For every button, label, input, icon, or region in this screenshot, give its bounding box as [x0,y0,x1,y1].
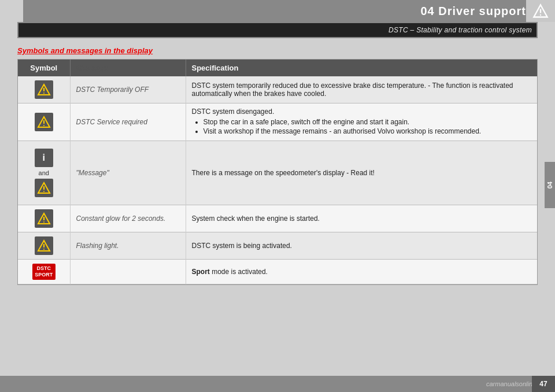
breadcrumb-text: DSTC – Stability and traction control sy… [388,26,532,34]
table-row: Constant glow for 2 seconds. System chec… [18,205,537,232]
message-cell [70,260,186,284]
spec-cell: System check when the engine is started. [186,205,537,232]
spec-bold-text: Sport [192,268,210,276]
spec-cell: There is a message on the speedometer's … [186,141,537,205]
main-table-container: Symbol Message Specification [17,59,538,285]
symbol-cell [18,205,70,232]
breadcrumb: DSTC – Stability and traction control sy… [17,22,538,38]
symbol-cell [18,232,70,260]
symbol-cell: i and [18,141,70,205]
spec-cell: DSTC system disengaged. Stop the car in … [186,103,537,141]
chapter-tab-label: 04 [546,182,553,188]
message-text: DSTC Temporarily OFF [76,86,149,94]
chapter-tab: 04 [545,162,555,208]
warning-triangle-icon [35,179,53,197]
table-row: DSTC Service required DSTC system diseng… [18,103,537,141]
message-text: Constant glow for 2 seconds. [76,215,166,223]
symbol-cell: DSTC SPORT [18,260,70,284]
message-cell: Constant glow for 2 seconds. [70,205,186,232]
svg-point-8 [43,125,45,126]
header-warning-icon [526,0,555,22]
multi-symbol-cell: i and [24,145,64,201]
svg-point-5 [43,93,45,94]
table-row: Flashing light. DSTC system is being act… [18,232,537,260]
spec-bullet-item: Visit a workshop if the message remains … [204,127,532,135]
spec-text: There is a message on the speedometer's … [192,169,375,177]
spec-bullet-list: Stop the car in a safe place, switch off… [192,118,532,135]
svg-point-17 [43,249,45,250]
table-row: DSTC SPORT Sport mode is activated. [18,260,537,284]
page-title: 04 Driver support [420,5,526,18]
spec-text: DSTC system temporarily reduced due to e… [192,82,513,98]
info-icon: i [35,149,53,167]
message-cell: DSTC Service required [70,103,186,141]
col-header-message: Message [70,60,186,76]
spec-bullet-item: Stop the car in a safe place, switch off… [204,118,532,126]
table-header-row: Symbol Message Specification [18,60,537,76]
message-cell: Flashing light. [70,232,186,260]
table-row: DSTC Temporarily OFF DSTC system tempora… [18,76,537,103]
symbol-cell [18,76,70,103]
spec-text: DSTC system disengaged. [192,108,275,116]
symbols-table: Symbol Message Specification [18,60,537,284]
symbol-cell [18,103,70,141]
table-row: i and "Message" [18,141,537,205]
warning-triangle-icon [35,113,53,131]
col-header-symbol: Symbol [18,60,70,76]
col-header-spec: Specification [186,60,537,76]
spec-cell: DSTC system temporarily reduced due to e… [186,76,537,103]
spec-text: System check when the engine is started. [192,215,320,223]
footer-bar: carmanualsonline.info [0,376,555,392]
spec-suffix-text: mode is activated. [210,268,268,276]
spec-text: DSTC system is being activated. [192,242,292,250]
warning-triangle-icon [35,209,53,228]
spec-cell: Sport mode is activated. [186,260,537,284]
message-cell: "Message" [70,141,186,205]
message-text: DSTC Service required [76,118,147,126]
dstc-sport-icon: DSTC SPORT [32,264,56,280]
spec-cell: DSTC system is being activated. [186,232,537,260]
section-heading: Symbols and messages in the display [17,46,153,55]
message-text: Flashing light. [76,242,119,250]
svg-point-14 [43,221,45,223]
svg-point-11 [43,191,45,192]
warning-triangle-icon [35,80,53,99]
message-cell: DSTC Temporarily OFF [70,76,186,103]
top-header: 04 Driver support [23,0,555,22]
page-number: 47 [532,376,555,392]
and-label: and [39,169,49,176]
warning-triangle-icon [35,236,53,255]
message-text: "Message" [76,169,109,177]
svg-point-2 [540,14,541,16]
